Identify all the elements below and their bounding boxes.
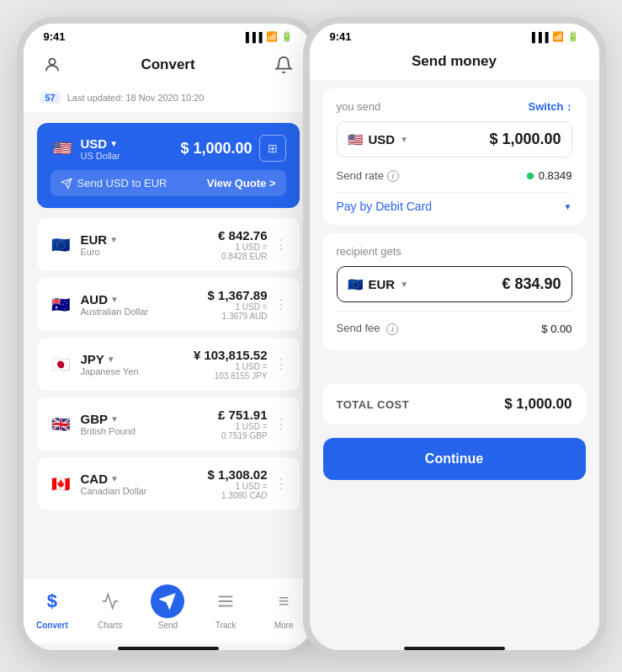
gbp-row[interactable]: 🇬🇧 GBP▼ British Pound £ 751.91 — [37, 397, 300, 451]
more-nav-icon: ≡ — [267, 584, 300, 618]
status-time-right: 9:41 — [330, 30, 352, 43]
eur-amount: € 842.76 — [218, 228, 267, 243]
eur-name: Euro — [81, 247, 119, 257]
continue-button[interactable]: Continue — [323, 438, 586, 480]
send-currency-select[interactable]: 🇺🇸 USD ▼ — [348, 132, 409, 147]
more-nav-label: More — [274, 621, 294, 630]
send-currency-code: USD — [369, 132, 396, 147]
right-header-title: Send money — [412, 53, 497, 70]
pay-by-row[interactable]: Pay by Debit Card ▼ — [337, 192, 572, 213]
pay-by-label: Pay by Debit Card — [337, 200, 433, 213]
you-send-section: you send Switch ↕ 🇺🇸 USD ▼ $ 1,000.00 — [323, 88, 586, 225]
status-icons-left: ▐▐▐ 📶 🔋 — [242, 31, 292, 42]
wifi-icon-r: 📶 — [552, 31, 564, 42]
usd-amount: $ 1,000.00 — [180, 140, 252, 157]
send-currency-flag: 🇺🇸 — [348, 132, 364, 147]
aud-code: AUD▼ — [81, 292, 149, 307]
send-currency-chevron: ▼ — [400, 135, 408, 144]
signal-icon: ▐▐▐ — [242, 32, 262, 42]
jpy-code: JPY▼ — [81, 352, 139, 366]
nav-charts[interactable]: Charts — [93, 584, 127, 630]
usd-card[interactable]: 🇺🇸 USD ▼ US Dollar $ 1,000.00 — [37, 123, 300, 208]
nav-convert[interactable]: $ Convert — [35, 584, 69, 630]
gbp-name: British Pound — [81, 426, 136, 436]
recipient-currency-select[interactable]: 🇪🇺 EUR ▼ — [348, 277, 409, 292]
status-icons-right: ▐▐▐ 📶 🔋 — [529, 31, 578, 42]
cad-code: CAD▼ — [81, 472, 147, 486]
send-rate-label: Send rate i — [337, 169, 399, 182]
jpy-amount: ¥ 103,815.52 — [194, 348, 268, 362]
svg-marker-4 — [161, 595, 175, 609]
aud-row[interactable]: 🇦🇺 AUD▼ Australian Dollar $ 1,367.89 — [37, 278, 300, 331]
recipient-row[interactable]: 🇪🇺 EUR ▼ € 834.90 — [337, 266, 572, 302]
track-nav-label: Track — [215, 621, 237, 630]
eur-code: EUR▼ — [81, 232, 119, 247]
total-cost-label: TOTAL COST — [337, 398, 410, 411]
eur-more-icon[interactable]: ⋮ — [274, 237, 288, 253]
profile-icon[interactable] — [40, 53, 64, 77]
cad-rate: 1 USD =1.3080 CAD — [208, 482, 268, 500]
convert-nav-icon: $ — [35, 584, 69, 618]
view-quote-btn[interactable]: View Quote > — [207, 177, 276, 189]
recipient-section: recipient gets 🇪🇺 EUR ▼ € 834.90 Send fe… — [323, 233, 586, 350]
send-amount: $ 1,000.00 — [489, 131, 561, 148]
rate-row: Send rate i 0.8349 — [337, 166, 572, 185]
home-bar-left — [118, 647, 219, 650]
send-fee-value: $ 0.00 — [541, 323, 571, 335]
send-quote-row[interactable]: Send USD to EUR View Quote > — [51, 170, 286, 196]
cad-amount: $ 1,308.02 — [208, 467, 268, 482]
usd-code: USD ▼ — [81, 136, 120, 151]
continue-bar: Continue — [310, 424, 599, 493]
battery-icon: 🔋 — [281, 31, 293, 42]
calculator-icon[interactable]: ⊞ — [259, 135, 286, 162]
green-dot-icon — [527, 173, 534, 179]
left-header: Convert — [24, 46, 313, 87]
recipient-amount: € 834.90 — [502, 275, 561, 293]
nav-more[interactable]: ≡ More — [267, 584, 300, 630]
switch-button[interactable]: Switch ↕ — [528, 100, 571, 113]
charts-nav-icon — [93, 584, 127, 618]
you-send-row[interactable]: 🇺🇸 USD ▼ $ 1,000.00 — [337, 121, 572, 157]
track-nav-icon — [209, 584, 242, 618]
total-cost-bar: TOTAL COST $ 1,000.00 — [323, 384, 586, 424]
recipient-currency-code: EUR — [369, 277, 396, 291]
currency-list: 🇪🇺 EUR▼ Euro € 842.76 1 USD — [37, 218, 300, 510]
fee-info-icon[interactable]: i — [386, 323, 398, 335]
fee-row: Send fee i $ 0.00 — [337, 311, 572, 339]
gbp-rate: 1 USD =0.7519 GBP — [218, 422, 267, 440]
send-usd-text: Send USD to EUR — [61, 177, 167, 189]
eur-row[interactable]: 🇪🇺 EUR▼ Euro € 842.76 1 USD — [37, 218, 300, 271]
update-badge: 57 — [40, 92, 61, 104]
nav-track[interactable]: Track — [209, 584, 242, 630]
gbp-code: GBP▼ — [81, 412, 136, 426]
jpy-row[interactable]: 🇯🇵 JPY▼ Japanese Yen ¥ 103,815.52 — [37, 338, 300, 391]
jpy-more-icon[interactable]: ⋮ — [274, 356, 288, 372]
bell-icon[interactable] — [272, 53, 295, 77]
cad-more-icon[interactable]: ⋮ — [274, 476, 288, 492]
recipient-label: recipient gets — [337, 245, 572, 258]
convert-nav-label: Convert — [36, 621, 68, 630]
right-phone: 9:41 ▐▐▐ 📶 🔋 Send money you send — [303, 17, 606, 657]
nav-send[interactable]: Send — [151, 584, 184, 630]
jpy-rate: 1 USD =103.8155 JPY — [194, 362, 268, 381]
recipient-chevron: ▼ — [400, 280, 408, 289]
left-phone: 9:41 ▐▐▐ 📶 🔋 Convert — [17, 17, 320, 657]
cad-row[interactable]: 🇨🇦 CAD▼ Canadian Dollar $ 1,308.02 — [37, 457, 300, 510]
charts-nav-label: Charts — [98, 621, 122, 630]
jpy-flag: 🇯🇵 — [49, 353, 72, 376]
recipient-flag: 🇪🇺 — [348, 277, 364, 292]
rate-info-icon[interactable]: i — [387, 170, 399, 182]
wifi-icon: 📶 — [266, 31, 278, 42]
phones-container: 9:41 ▐▐▐ 📶 🔋 Convert — [0, 0, 622, 672]
status-time-left: 9:41 — [44, 30, 66, 43]
right-header: Send money — [310, 46, 599, 80]
aud-amount: $ 1,367.89 — [208, 288, 268, 302]
home-bar-right — [404, 647, 505, 650]
cad-flag: 🇨🇦 — [49, 472, 72, 496]
svg-point-0 — [49, 59, 55, 65]
gbp-more-icon[interactable]: ⋮ — [274, 416, 288, 432]
aud-more-icon[interactable]: ⋮ — [274, 296, 288, 312]
gbp-amount: £ 751.91 — [218, 408, 267, 422]
last-updated-bar: 57 Last updated: 18 Nov 2020 10:20 — [24, 87, 313, 113]
send-fee-label: Send fee i — [337, 322, 399, 335]
